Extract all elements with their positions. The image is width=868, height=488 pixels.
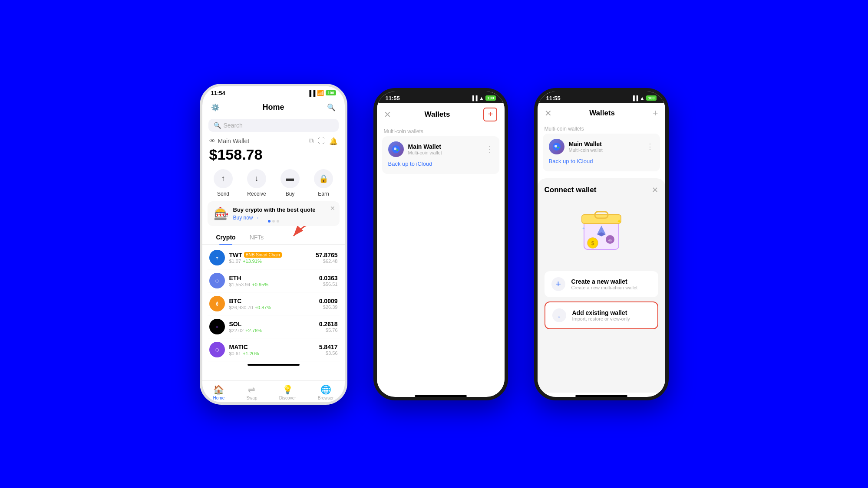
add-existing-icon: ↓ bbox=[552, 308, 566, 322]
promo-link[interactable]: Buy now → bbox=[233, 215, 333, 221]
nav-browser[interactable]: 🌐 Browser bbox=[318, 384, 334, 400]
svg-text:◎: ◎ bbox=[608, 238, 612, 242]
svg-point-12 bbox=[394, 147, 396, 150]
tabs-row: Crypto NFTs bbox=[202, 230, 345, 245]
home-indicator-2 bbox=[415, 395, 467, 397]
connect-title: Connect wallet bbox=[545, 186, 597, 194]
tab-nfts[interactable]: NFTs bbox=[243, 230, 271, 244]
earn-button[interactable]: 🔒 Earn bbox=[314, 169, 333, 197]
tab-crypto[interactable]: Crypto bbox=[209, 230, 243, 244]
svg-text:✦: ✦ bbox=[617, 218, 622, 225]
time-3: 11:55 bbox=[546, 95, 561, 102]
wifi-icon-3: ▲ bbox=[640, 95, 645, 101]
wallet-icon-3 bbox=[549, 139, 564, 154]
btc-icon: ₿ bbox=[209, 296, 225, 311]
promo-close-icon[interactable]: ✕ bbox=[330, 205, 335, 212]
send-button[interactable]: ↑ Send bbox=[214, 169, 233, 197]
close-button-2[interactable]: ✕ bbox=[384, 109, 391, 120]
send-icon: ↑ bbox=[214, 169, 233, 188]
battery-1: 100 bbox=[326, 90, 336, 95]
backup-link-3[interactable]: Back up to iCloud bbox=[549, 154, 654, 166]
signal-icon-3: ▐▐ bbox=[631, 95, 638, 101]
nav-discover[interactable]: 💡 Discover bbox=[279, 384, 296, 400]
wallet-card-info: Main Wallet Multi-coin wallet bbox=[408, 143, 442, 155]
list-item[interactable]: ⬡ ETH $1,553.94 +0.95% 0.0363 $56.51 bbox=[208, 269, 340, 292]
eth-info: ETH $1,553.94 +0.95% bbox=[229, 274, 319, 287]
create-wallet-text: Create a new wallet Create a new multi-c… bbox=[571, 278, 638, 290]
twt-info: TWT BNB Smart Chain $1.07 +13.91% bbox=[229, 252, 316, 264]
wifi-icon-2: ▲ bbox=[479, 95, 484, 101]
copy-icon[interactable]: ⧉ bbox=[309, 137, 314, 145]
wallet-card-info-3: Main Wallet Multi-coin wallet bbox=[569, 141, 603, 153]
receive-button[interactable]: ↓ Receive bbox=[247, 169, 266, 197]
battery-3: 100 bbox=[646, 95, 656, 101]
eye-icon: 👁 bbox=[209, 138, 215, 144]
section-label-2: Multi-coin wallets bbox=[377, 125, 505, 136]
three-dots-menu-3[interactable]: ⋮ bbox=[646, 142, 654, 151]
settings-icon[interactable]: ⚙️ bbox=[209, 102, 221, 114]
receive-icon: ↓ bbox=[247, 169, 266, 188]
expand-icon[interactable]: ⛶ bbox=[318, 137, 325, 145]
home-indicator-3 bbox=[575, 395, 627, 397]
wallet-illustration: $ ◎ ✦ ✦ bbox=[573, 204, 630, 260]
promo-text: Buy crypto with the best quote Buy now → bbox=[233, 206, 333, 221]
promo-banner: 🎰 Buy crypto with the best quote Buy now… bbox=[208, 201, 340, 226]
wallets-title-3: Wallets bbox=[589, 109, 615, 118]
add-wallet-button[interactable]: + bbox=[483, 108, 497, 121]
list-item[interactable]: ≡ SOL $22.02 +2.76% 0.2618 $5.76 bbox=[208, 315, 340, 338]
nav-home[interactable]: 🏠 Home bbox=[213, 384, 225, 400]
close-button-3[interactable]: ✕ bbox=[545, 108, 552, 118]
eth-values: 0.0363 $56.51 bbox=[319, 275, 338, 287]
btc-info: BTC $26,930.70 +0.87% bbox=[229, 297, 319, 310]
browser-icon: 🌐 bbox=[320, 384, 331, 395]
buy-button[interactable]: ▬ Buy bbox=[281, 169, 300, 197]
home-header: ⚙️ Home 🔍 bbox=[202, 98, 345, 117]
search-placeholder: Search bbox=[224, 122, 243, 129]
wallet-card-2: Main Wallet Multi-coin wallet ⋮ Back up … bbox=[382, 136, 499, 174]
promo-image: 🎰 bbox=[214, 206, 229, 221]
list-item[interactable]: ⬡ MATIC $0.61 +1.20% 5.8417 $3.56 bbox=[208, 338, 340, 361]
svg-text:⬡: ⬡ bbox=[215, 279, 219, 283]
svg-text:≡: ≡ bbox=[216, 324, 218, 329]
svg-point-15 bbox=[554, 145, 557, 147]
bell-icon[interactable]: 🔔 bbox=[329, 137, 338, 145]
plus-button-3[interactable]: + bbox=[653, 108, 658, 119]
phone-1: 11:54 ▐▐ 📶 100 ⚙️ Home 🔍 🔍 Search 👁 Main… bbox=[200, 84, 347, 405]
wallet-card-left: Main Wallet Multi-coin wallet bbox=[388, 141, 442, 157]
wallet-row: 👁 Main Wallet ⧉ ⛶ 🔔 bbox=[202, 135, 345, 146]
wifi-icon: 📶 bbox=[317, 90, 324, 96]
svg-text:T: T bbox=[216, 256, 218, 260]
sol-values: 0.2618 $5.76 bbox=[319, 321, 338, 333]
connect-close-icon[interactable]: ✕ bbox=[652, 185, 658, 195]
signal-icon-2: ▐▐ bbox=[471, 95, 478, 101]
three-dots-menu[interactable]: ⋮ bbox=[485, 144, 493, 154]
status-icons-2: ▐▐ ▲ 100 bbox=[471, 95, 496, 101]
wallet-card-left-3: Main Wallet Multi-coin wallet bbox=[549, 139, 603, 154]
wallets-header-3: ✕ Wallets + bbox=[538, 103, 665, 122]
wallet-card-3: Main Wallet Multi-coin wallet ⋮ Back up … bbox=[543, 134, 660, 171]
matic-info: MATIC $0.61 +1.20% bbox=[229, 343, 319, 356]
create-wallet-icon: + bbox=[551, 277, 565, 291]
list-item[interactable]: T TWT BNB Smart Chain $1.07 +13.91% 57.8… bbox=[208, 246, 340, 269]
sol-info: SOL $22.02 +2.76% bbox=[229, 320, 319, 333]
status-icons-3: ▐▐ ▲ 100 bbox=[631, 95, 657, 101]
create-wallet-option[interactable]: + Create a new wallet Create a new multi… bbox=[545, 271, 658, 297]
backup-link-2[interactable]: Back up to iCloud bbox=[388, 157, 493, 169]
matic-icon: ⬡ bbox=[209, 342, 225, 357]
twt-values: 57.8765 $62.48 bbox=[316, 252, 338, 264]
qr-icon[interactable]: 🔍 bbox=[325, 102, 337, 114]
search-bar[interactable]: 🔍 Search bbox=[208, 119, 339, 132]
buy-icon: ▬ bbox=[281, 169, 300, 188]
search-icon: 🔍 bbox=[214, 122, 221, 129]
bottom-nav-1: 🏠 Home ⇌ Swap 💡 Discover 🌐 Browser bbox=[202, 380, 345, 402]
status-icons-1: ▐▐ 📶 100 bbox=[307, 90, 336, 96]
earn-icon: 🔒 bbox=[314, 169, 333, 188]
add-existing-wallet-option[interactable]: ↓ Add existing wallet Import, restore or… bbox=[545, 301, 658, 329]
status-bar-1: 11:54 ▐▐ 📶 100 bbox=[202, 86, 345, 98]
status-bar-3: 11:55 ▐▐ ▲ 100 bbox=[538, 92, 665, 103]
home-icon: 🏠 bbox=[213, 384, 224, 395]
nav-swap[interactable]: ⇌ Swap bbox=[246, 384, 257, 400]
list-item[interactable]: ₿ BTC $26,930.70 +0.87% 0.0009 $26.39 bbox=[208, 292, 340, 315]
page-title-1: Home bbox=[262, 103, 284, 112]
balance-display: $158.78 bbox=[202, 146, 345, 167]
